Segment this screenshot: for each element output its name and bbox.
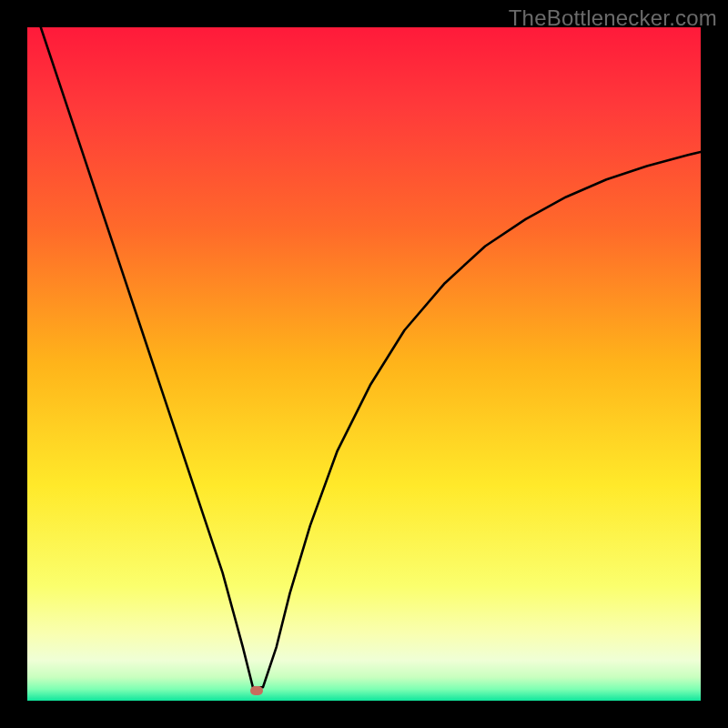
optimal-point-marker [250,686,263,695]
curve-svg [27,27,701,701]
bottleneck-curve [41,27,701,687]
chart-frame: TheBottlenecker.com [0,0,728,728]
plot-area [27,27,701,701]
